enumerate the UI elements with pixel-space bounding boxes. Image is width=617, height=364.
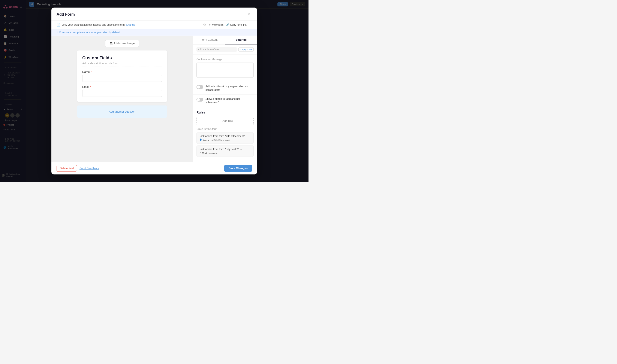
add-form-modal: Add Form × 📄 Only your organization can … [52, 8, 257, 174]
modal-header: Add Form × [52, 8, 257, 21]
rule-item-2[interactable]: Task added from form "Billy Test 2" → ✓ … [196, 146, 254, 157]
image-icon: 🖼 [110, 42, 112, 45]
rules-section: Rules + + Add rule Rules for this form T… [193, 107, 257, 162]
add-question-area[interactable]: Add another question [77, 105, 167, 118]
form-preview-area: 🖼 Add cover image Custom Fields Add a de… [52, 36, 193, 162]
link-icon: 🔗 [226, 23, 229, 26]
copy-link-button[interactable]: 🔗 Copy form link [226, 23, 247, 26]
form-card-title: Custom Fields [82, 55, 162, 60]
settings-panel: Form Content Settings <div class="asa...… [193, 36, 257, 162]
copy-code-button[interactable]: Copy code [239, 47, 254, 52]
rule-item-1[interactable]: Task added from form "with attachment" →… [196, 132, 254, 144]
name-label: Name * [82, 70, 162, 73]
tab-settings[interactable]: Settings [225, 36, 257, 44]
rules-title: Rules [196, 111, 254, 114]
change-link[interactable]: Change [126, 23, 135, 26]
tab-form-content[interactable]: Form Content [193, 36, 225, 44]
close-button[interactable]: × [246, 11, 252, 17]
add-question-text: Add another question [109, 110, 135, 113]
submitters-toggle-row: Add submitters in my organization as col… [193, 82, 257, 95]
info-icon: ℹ [56, 31, 58, 34]
rule-title-2: Task added from form "Billy Test 2" → [199, 148, 251, 151]
rule-action-1: 👤 Assign to Billy Bloomquist [199, 139, 251, 142]
name-input[interactable] [82, 75, 162, 82]
email-input[interactable] [82, 90, 162, 97]
submission-toggle[interactable] [196, 98, 203, 102]
person-icon: 👤 [199, 139, 202, 142]
rule-action-2: ✓ Mark complete [199, 152, 251, 155]
add-cover-image-button[interactable]: 🖼 Add cover image [105, 40, 139, 47]
confirmation-label: Confirmation Message [196, 58, 254, 61]
email-label: Email * [82, 85, 162, 89]
plus-icon: + [217, 119, 219, 123]
save-changes-button[interactable]: Save Changes [224, 165, 252, 172]
submitters-toggle[interactable] [196, 85, 203, 89]
rule-title-1: Task added from form "with attachment" → [199, 135, 251, 138]
form-card: Custom Fields Add a description to this … [77, 50, 167, 102]
access-text: Only your organization can access and su… [62, 23, 201, 26]
star-button[interactable]: ☆ [203, 23, 206, 27]
form-icon: 📄 [56, 23, 60, 26]
eye-icon: 👁 [209, 23, 211, 26]
embed-code-preview: <div class="asa... [196, 47, 237, 52]
modal-body: 🖼 Add cover image Custom Fields Add a de… [52, 36, 257, 162]
more-options-button[interactable]: ··· [249, 23, 252, 27]
embed-code-area: <div class="asa... Copy code [193, 45, 257, 54]
access-bar: 📄 Only your organization can access and … [52, 21, 257, 29]
rules-for-label: Rules for this form [196, 128, 254, 131]
submission-toggle-row: Show a button to "add another submission… [193, 95, 257, 107]
view-form-button[interactable]: 👁 View form [209, 23, 223, 26]
confirmation-section: Confirmation Message [193, 54, 257, 82]
modal-title: Add Form [56, 12, 246, 17]
add-rule-button[interactable]: + + Add rule [196, 117, 254, 125]
delete-field-button[interactable]: Delete field [56, 165, 77, 172]
modal-footer: Delete field Send Feedback Save Changes [52, 162, 257, 174]
email-field-group: Email * [82, 85, 162, 97]
modal-actions: ☆ 👁 View form 🔗 Copy form link ··· [203, 23, 252, 27]
form-description[interactable]: Add a description to this form [82, 62, 162, 67]
name-field-group: Name * [82, 70, 162, 82]
email-required-star: * [90, 85, 91, 89]
confirmation-textarea[interactable] [196, 63, 254, 78]
check-circle-icon: ✓ [199, 152, 201, 155]
private-notice-text: Forms are now private to your organizati… [59, 31, 120, 34]
send-feedback-button[interactable]: Send Feedback [80, 167, 99, 170]
toggle-knob [197, 85, 200, 89]
toggle-knob-2 [197, 98, 200, 101]
submitters-toggle-label: Add submitters in my organization as col… [205, 85, 254, 92]
private-notice: ℹ Forms are now private to your organiza… [52, 29, 257, 36]
settings-tabs: Form Content Settings [193, 36, 257, 45]
submission-toggle-label: Show a button to "add another submission… [205, 97, 254, 104]
name-required-star: * [91, 70, 92, 73]
